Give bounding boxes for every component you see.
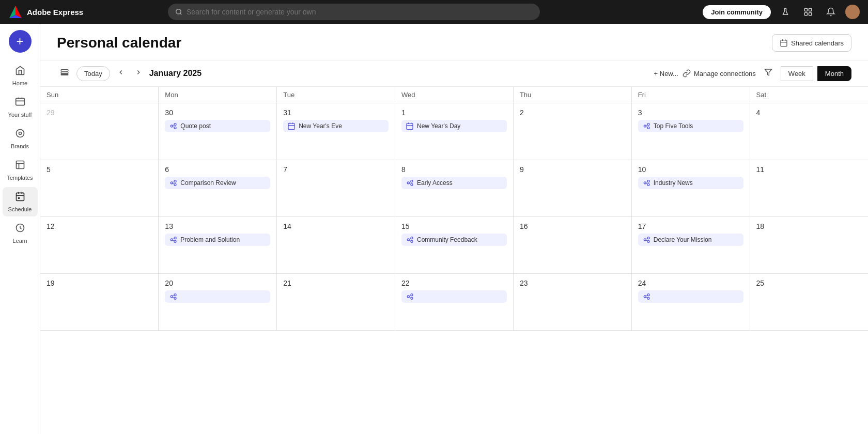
svg-point-11 <box>16 130 24 137</box>
calendar-cell: 24 <box>631 274 750 331</box>
day-number: 15 <box>401 222 507 230</box>
event-label: Industry News <box>654 179 693 187</box>
svg-point-28 <box>171 125 173 127</box>
svg-point-67 <box>411 237 413 239</box>
sidebar-item-learn[interactable]: Learn <box>3 219 38 248</box>
event-item[interactable]: New Year's Eve <box>283 120 389 132</box>
event-item[interactable]: Top Five Tools <box>638 120 743 132</box>
flask-icon-button[interactable] <box>777 4 794 20</box>
sidebar-item-your-stuff[interactable]: Your stuff <box>3 92 38 122</box>
event-item[interactable] <box>401 290 507 303</box>
event-label: Early Access <box>417 179 453 187</box>
svg-line-70 <box>409 240 411 241</box>
sidebar-item-brands[interactable]: Brands <box>3 124 38 153</box>
svg-point-12 <box>19 132 21 135</box>
sidebar-item-home[interactable]: Home <box>3 61 38 90</box>
sidebar-item-schedule[interactable]: Schedule <box>3 187 38 216</box>
shared-calendars-button[interactable]: Shared calendars <box>772 34 851 52</box>
svg-line-31 <box>173 125 175 126</box>
event-item[interactable]: Problem and Solution <box>165 234 270 246</box>
svg-rect-9 <box>809 13 811 16</box>
create-button[interactable]: + <box>9 30 32 53</box>
event-item[interactable]: Quote post <box>165 120 270 132</box>
prev-month-button[interactable] <box>114 67 128 80</box>
event-item[interactable]: Industry News <box>638 177 743 189</box>
event-item[interactable]: Comparison Review <box>165 177 270 189</box>
apps-icon-button[interactable] <box>800 4 816 20</box>
event-type-icon <box>169 292 177 301</box>
day-number: 16 <box>520 222 625 230</box>
search-bar[interactable] <box>168 4 540 20</box>
calendar-cell: 2 <box>513 103 631 160</box>
today-button[interactable]: Today <box>76 66 110 81</box>
day-number: 1 <box>401 109 507 117</box>
join-community-button[interactable]: Join community <box>703 5 771 19</box>
manage-connections-button[interactable]: Manage connections <box>683 69 756 78</box>
svg-point-58 <box>647 183 649 185</box>
search-input[interactable] <box>187 8 533 16</box>
svg-line-54 <box>409 182 411 182</box>
event-item[interactable]: Community Feedback <box>401 234 507 246</box>
svg-line-75 <box>646 240 647 241</box>
day-number: 4 <box>756 109 862 117</box>
svg-line-5 <box>180 13 182 15</box>
calendar-cell: 21 <box>277 274 395 331</box>
event-item[interactable] <box>638 290 743 303</box>
svg-line-44 <box>646 125 647 126</box>
calendar-toolbar: Today January 2025 + New... <box>40 60 868 87</box>
calendar-list-icon-button[interactable] <box>57 66 72 81</box>
svg-line-32 <box>173 127 175 127</box>
day-number: 17 <box>638 222 743 230</box>
event-item[interactable] <box>165 290 270 303</box>
day-number: 3 <box>638 109 743 117</box>
day-number: 25 <box>756 279 862 287</box>
calendar-cell: 29 <box>40 103 159 160</box>
schedule-icon <box>15 191 25 204</box>
toolbar-right: + New... Manage connections Week Month <box>654 66 851 81</box>
app-name: Adobe Express <box>27 8 83 17</box>
col-thu: Thu <box>513 87 631 103</box>
event-type-icon <box>406 179 414 187</box>
svg-point-63 <box>174 240 176 242</box>
event-item[interactable]: New Year's Day <box>401 120 507 132</box>
event-label: New Year's Day <box>417 122 460 130</box>
topnav-right: Join community <box>703 4 860 20</box>
calendar-cell: 15 Community Feedback <box>395 217 514 274</box>
avatar[interactable] <box>845 5 860 19</box>
day-number: 18 <box>756 222 862 230</box>
svg-line-55 <box>409 183 411 184</box>
day-number: 9 <box>520 165 625 174</box>
calendar-grid: Sun Mon Tue Wed Thu Fri Sat 2930 Quote p… <box>40 87 868 434</box>
logo[interactable]: Adobe Express <box>8 5 83 19</box>
svg-line-90 <box>646 297 647 298</box>
col-fri: Fri <box>631 87 750 103</box>
event-item[interactable]: Early Access <box>401 177 507 189</box>
col-sat: Sat <box>750 87 868 103</box>
day-number: 6 <box>165 165 270 174</box>
day-number: 7 <box>283 165 389 174</box>
month-view-button[interactable]: Month <box>817 66 851 81</box>
calendar-cell: 17 Declare Your Mission <box>631 217 750 274</box>
sidebar-item-templates[interactable]: Templates <box>3 156 38 185</box>
event-type-icon <box>642 179 650 187</box>
event-type-icon <box>406 292 414 301</box>
week-view-button[interactable]: Week <box>781 66 813 81</box>
calendar-cell: 11 <box>750 160 868 217</box>
calendar-cell: 10 Industry News <box>631 160 750 217</box>
event-type-icon <box>642 122 650 130</box>
sidebar-learn-label: Learn <box>12 238 27 244</box>
filter-button[interactable] <box>760 66 777 81</box>
sidebar-your-stuff-label: Your stuff <box>8 112 32 118</box>
new-button[interactable]: + New... <box>654 70 678 78</box>
svg-point-53 <box>411 183 413 185</box>
notifications-icon-button[interactable] <box>823 4 839 20</box>
page-header: Personal calendar Shared calendars <box>40 24 868 60</box>
svg-point-88 <box>647 297 649 299</box>
svg-point-87 <box>647 294 649 296</box>
main-layout: + Home Your stuff <box>0 24 868 434</box>
event-item[interactable]: Declare Your Mission <box>638 234 743 246</box>
col-tue: Tue <box>277 87 395 103</box>
event-type-icon <box>287 122 296 130</box>
next-month-button[interactable] <box>132 67 145 80</box>
svg-line-45 <box>646 127 647 127</box>
